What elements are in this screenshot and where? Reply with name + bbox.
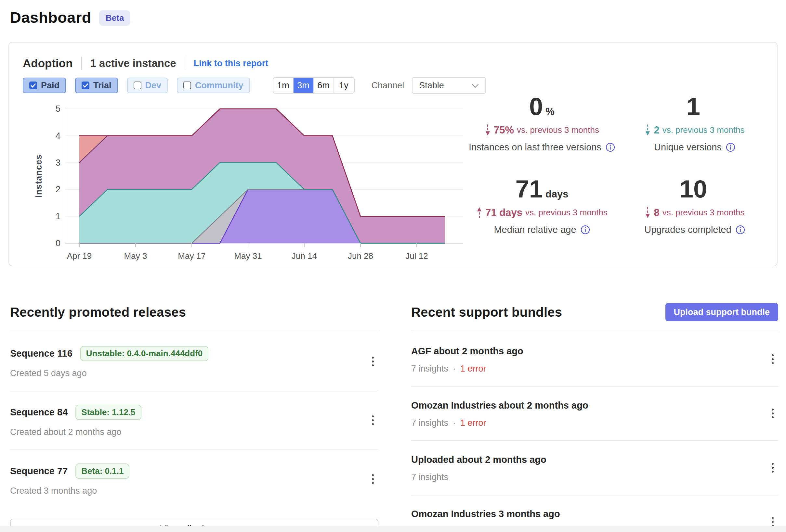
range-3m-button[interactable]: 3m <box>294 78 314 93</box>
checkbox-icon <box>82 81 89 89</box>
lower-sections: Recently promoted releases Sequence 116 … <box>10 302 778 532</box>
arrow-down-dashed-icon <box>485 124 491 136</box>
recently-promoted-releases-section: Recently promoted releases Sequence 116 … <box>10 302 378 532</box>
bundle-title: AGF about 2 months ago <box>411 346 523 357</box>
filter-chip-label: Paid <box>41 80 60 91</box>
bundle-insights: 7 insights <box>411 364 448 374</box>
divider <box>185 57 185 70</box>
kebab-menu-icon[interactable] <box>769 460 776 475</box>
release-row[interactable]: Sequence 77 Beta: 0.1.1 Created 3 months… <box>10 450 378 508</box>
range-6m-button[interactable]: 6m <box>314 78 334 93</box>
kebab-menu-icon[interactable] <box>369 354 376 369</box>
arrow-up-dashed-icon <box>476 207 482 219</box>
release-row[interactable]: Sequence 116 Unstable: 0.4.0-main.444ddf… <box>10 332 378 391</box>
beta-badge: Beta <box>99 10 130 26</box>
recent-support-bundles-section: Recent support bundles Upload support bu… <box>411 302 778 532</box>
bundle-insights: 7 insights <box>411 472 448 482</box>
dashboard-page: Dashboard Beta Adoption 1 active instanc… <box>0 0 786 532</box>
dot-separator: · <box>453 364 456 374</box>
release-row[interactable]: Sequence 84 Stable: 1.12.5 Created about… <box>10 391 378 450</box>
kebab-menu-icon[interactable] <box>369 413 376 428</box>
filter-chip-community[interactable]: Community <box>177 78 250 93</box>
svg-text:Instances: Instances <box>34 154 44 198</box>
checkbox-icon <box>134 81 141 89</box>
bottom-edge-strip <box>0 526 786 532</box>
stat-unique-versions: 1 2 vs. previous 3 months Unique version… <box>618 88 771 171</box>
filter-chip-trial[interactable]: Trial <box>75 78 118 93</box>
bundle-errors: 1 error <box>460 364 486 374</box>
release-version-badge: Stable: 1.12.5 <box>75 405 141 420</box>
bundle-insights: 7 insights <box>411 418 448 428</box>
kebab-menu-icon[interactable] <box>369 471 376 486</box>
info-icon[interactable] <box>736 225 745 235</box>
svg-text:May 17: May 17 <box>178 251 205 261</box>
kebab-menu-icon[interactable] <box>769 406 776 421</box>
filter-chip-paid[interactable]: Paid <box>23 78 66 93</box>
range-1m-button[interactable]: 1m <box>273 78 294 93</box>
svg-text:2: 2 <box>55 185 61 194</box>
adoption-title: Adoption <box>23 57 73 70</box>
kebab-menu-icon[interactable] <box>769 352 776 367</box>
time-range-group: 1m 3m 6m 1y <box>273 77 355 94</box>
filter-chip-dev[interactable]: Dev <box>127 78 168 93</box>
stat-value: 71 days <box>515 177 568 201</box>
range-1y-button[interactable]: 1y <box>334 78 354 93</box>
stat-delta: 75% vs. previous 3 months <box>465 124 618 136</box>
support-bundle-row[interactable]: AGF about 2 months ago 7 insights · 1 er… <box>411 332 778 387</box>
channel-selected-value: Stable <box>419 80 444 91</box>
release-title: Sequence 84 <box>10 407 68 418</box>
release-created: Created 5 days ago <box>10 368 378 378</box>
support-bundles-header: Recent support bundles Upload support bu… <box>411 302 778 322</box>
release-title: Sequence 77 <box>10 466 68 477</box>
adoption-card-header: Adoption 1 active instance Link to this … <box>23 57 268 70</box>
stat-label: Unique versions <box>618 142 771 153</box>
page-title: Dashboard <box>10 8 91 26</box>
svg-text:Jul 12: Jul 12 <box>406 251 428 261</box>
bundle-title: Uploaded about 2 months ago <box>411 454 547 465</box>
stat-label: Upgrades completed <box>618 224 771 235</box>
svg-text:May 31: May 31 <box>234 251 262 261</box>
filter-chip-label: Community <box>195 80 244 91</box>
release-created: Created 3 months ago <box>10 486 378 496</box>
divider <box>81 57 82 70</box>
svg-text:Jun 28: Jun 28 <box>348 251 373 261</box>
info-icon[interactable] <box>606 143 615 152</box>
info-icon[interactable] <box>581 225 590 235</box>
stat-instances-last-three-versions: 0 % 75% vs. previous 3 months Instances … <box>465 88 618 171</box>
adoption-area-chart: 543210Apr 19May 3May 17May 31Jun 14Jun 2… <box>33 101 465 264</box>
checkbox-icon <box>183 81 191 89</box>
dot-separator: · <box>453 418 456 428</box>
adoption-card: Adoption 1 active instance Link to this … <box>8 42 778 266</box>
arrow-down-dashed-icon <box>645 207 651 219</box>
support-bundle-row[interactable]: Omozan Industries about 2 months ago 7 i… <box>411 387 778 441</box>
upload-support-bundle-button[interactable]: Upload support bundle <box>665 303 778 321</box>
stat-label: Median relative age <box>465 224 618 235</box>
stat-delta: 8 vs. previous 3 months <box>618 207 771 219</box>
release-version-badge: Unstable: 0.4.0-main.444ddf0 <box>80 346 208 361</box>
stat-median-relative-age: 71 days 71 days vs. previous 3 months Me… <box>465 171 618 253</box>
filter-chip-label: Trial <box>93 80 112 91</box>
stat-delta: 2 vs. previous 3 months <box>618 124 771 136</box>
filter-chip-label: Dev <box>145 80 162 91</box>
stat-delta: 71 days vs. previous 3 months <box>465 207 618 219</box>
support-bundle-row[interactable]: Uploaded about 2 months ago 7 insights · <box>411 441 778 495</box>
svg-text:3: 3 <box>55 158 61 168</box>
stat-value: 0 % <box>529 94 555 119</box>
bundle-errors: 1 error <box>460 418 486 428</box>
support-bundles-heading: Recent support bundles <box>411 305 562 320</box>
active-instances-count: 1 active instance <box>90 57 176 70</box>
releases-section-header: Recently promoted releases <box>10 302 378 322</box>
svg-text:1: 1 <box>55 212 61 221</box>
bundle-title: Omozan Industries 3 months ago <box>411 509 560 519</box>
release-title: Sequence 116 <box>10 348 72 359</box>
arrow-down-dashed-icon <box>645 124 651 136</box>
bundle-title: Omozan Industries about 2 months ago <box>411 400 588 411</box>
release-version-badge: Beta: 0.1.1 <box>75 463 130 479</box>
page-header: Dashboard Beta <box>10 8 130 26</box>
link-to-report[interactable]: Link to this report <box>194 58 269 69</box>
svg-text:5: 5 <box>55 104 61 114</box>
releases-heading: Recently promoted releases <box>10 305 186 320</box>
stat-value: 10 <box>680 177 710 201</box>
filter-row: Paid Trial Dev Community <box>23 77 486 94</box>
info-icon[interactable] <box>726 143 735 152</box>
